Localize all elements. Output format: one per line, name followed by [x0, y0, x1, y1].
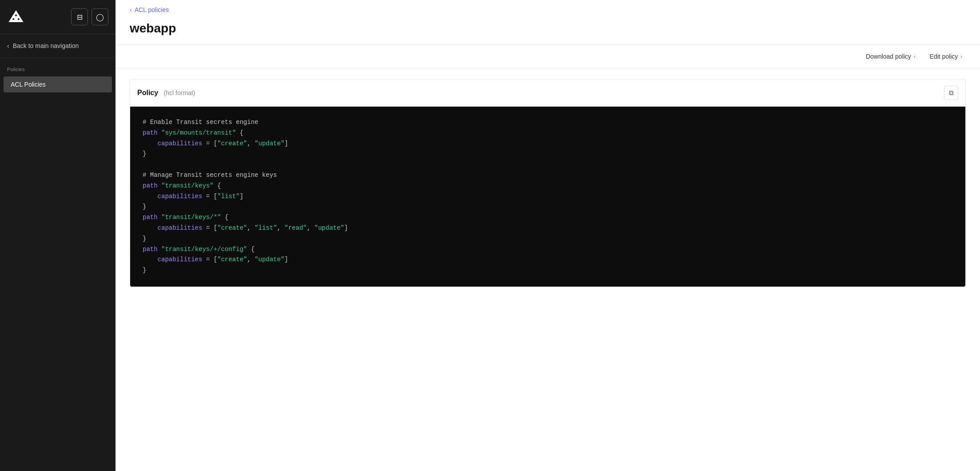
code-line-1: # Enable Transit secrets engine [143, 117, 953, 128]
edit-policy-button[interactable]: Edit policy › [926, 51, 966, 62]
code-line-11: capabilities = ["create", "list", "read"… [143, 223, 953, 234]
policy-section: Policy (hcl format) ⧉ # Enable Transit s… [130, 79, 966, 287]
code-line-9: } [143, 202, 953, 212]
sidebar-header-icons: ⊟ ◯ [71, 8, 108, 25]
back-chevron-icon: ‹ [7, 42, 9, 49]
code-line-14: capabilities = ["create", "update"] [143, 255, 953, 265]
terminal-icon: ⊟ [77, 13, 83, 21]
code-line-15: } [143, 265, 953, 276]
download-policy-label: Download policy [866, 53, 911, 60]
code-line-5 [143, 160, 953, 170]
page-title: webapp [116, 20, 980, 44]
breadcrumb-text: ACL policies [135, 6, 169, 13]
policy-title: Policy [137, 89, 158, 96]
download-policy-button[interactable]: Download policy › [862, 51, 919, 62]
back-navigation[interactable]: ‹ Back to main navigation [0, 34, 116, 58]
svg-point-1 [15, 15, 17, 16]
edit-policy-label: Edit policy [930, 53, 958, 60]
code-line-2: path "sys/mounts/transit" { [143, 128, 953, 139]
sidebar-item-label: ACL Policies [11, 81, 46, 88]
copy-policy-button[interactable]: ⧉ [944, 86, 958, 100]
code-line-8: capabilities = ["list"] [143, 192, 953, 202]
code-line-3: capabilities = ["create", "update"] [143, 139, 953, 149]
toolbar-bar: Download policy › Edit policy › [116, 44, 980, 68]
user-icon: ◯ [96, 13, 104, 21]
code-line-7: path "transit/keys" { [143, 181, 953, 192]
download-chevron-icon: › [914, 54, 916, 59]
sidebar: ⊟ ◯ ‹ Back to main navigation Policies A… [0, 0, 116, 471]
terminal-button[interactable]: ⊟ [71, 8, 88, 25]
code-block: # Enable Transit secrets engine path "sy… [130, 107, 965, 287]
svg-point-2 [12, 18, 14, 20]
breadcrumb[interactable]: ‹ ACL policies [116, 0, 980, 20]
code-line-12: } [143, 234, 953, 244]
sidebar-item-acl-policies[interactable]: ACL Policies [4, 76, 112, 92]
policy-title-area: Policy (hcl format) [137, 89, 195, 97]
user-button[interactable]: ◯ [92, 8, 108, 25]
copy-icon: ⧉ [949, 89, 954, 97]
policy-header: Policy (hcl format) ⧉ [130, 80, 965, 107]
code-line-6: # Manage Transit secrets engine keys [143, 170, 953, 181]
code-line-10: path "transit/keys/*" { [143, 212, 953, 223]
vault-logo-icon [7, 8, 25, 26]
code-line-13: path "transit/keys/+/config" { [143, 244, 953, 255]
code-line-4: } [143, 149, 953, 160]
sidebar-header: ⊟ ◯ [0, 0, 116, 34]
logo [7, 8, 25, 26]
breadcrumb-chevron-icon: ‹ [130, 6, 132, 13]
main-content: ‹ ACL policies webapp Download policy › … [116, 0, 980, 471]
svg-point-3 [18, 18, 20, 20]
policy-title-subtitle: (hcl format) [164, 89, 195, 96]
sidebar-section-policies: Policies [0, 58, 116, 76]
back-nav-label: Back to main navigation [13, 42, 79, 49]
edit-chevron-icon: › [960, 54, 962, 59]
